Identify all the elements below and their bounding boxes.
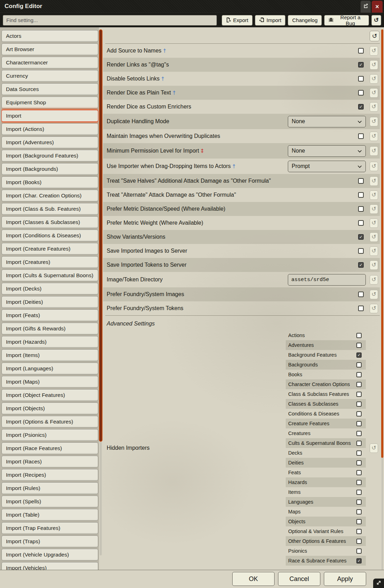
resize-handle[interactable] (373, 579, 384, 588)
row-reset-button[interactable]: ↺ (370, 275, 378, 285)
report-bug-button[interactable]: Report a Bug (324, 15, 369, 26)
toolbar-reset-button[interactable]: ↺ (371, 15, 381, 26)
row-reset-button[interactable]: ↺ (370, 304, 378, 313)
checkbox[interactable] (358, 306, 364, 311)
row-reset-button[interactable]: ↺ (370, 204, 378, 214)
sidebar-item-import-maps[interactable]: Import (Maps) (1, 376, 98, 388)
close-button[interactable]: × (372, 1, 383, 13)
sidebar-item-import-conditions-diseases[interactable]: Import (Conditions & Diseases) (1, 230, 98, 241)
sidebar-item-import-books[interactable]: Import (Books) (1, 176, 98, 188)
sidebar-item-import-backgrounds[interactable]: Import (Backgrounds) (1, 163, 98, 175)
section-reset-button[interactable]: ↺ (370, 31, 379, 41)
sidebar-item-import-vehicles[interactable]: Import (Vehicles) (1, 562, 98, 570)
sidebar-item-import-spells[interactable]: Import (Spells) (1, 496, 98, 507)
sidebar-item-import-deities[interactable]: Import (Deities) (1, 296, 98, 308)
text-input-image-token-directory[interactable] (288, 274, 366, 286)
sidebar-item-import-rules[interactable]: Import (Rules) (1, 482, 98, 494)
row-reset-button[interactable]: ↺ (370, 218, 378, 228)
row-reset-button[interactable]: ↺ (370, 162, 378, 171)
checkbox[interactable] (358, 48, 364, 54)
sidebar-item-import-actions[interactable]: Import (Actions) (1, 123, 98, 135)
checkbox[interactable] (356, 401, 362, 407)
row-reset-button[interactable]: ↺ (370, 190, 378, 200)
checkbox[interactable] (356, 343, 362, 348)
cancel-button[interactable]: Cancel (278, 572, 320, 586)
sidebar-item-import-items[interactable]: Import (Items) (1, 349, 98, 361)
checkbox[interactable]: ✓ (358, 62, 364, 68)
sidebar-item-import-creatures[interactable]: Import (Creatures) (1, 256, 98, 268)
row-reset-button[interactable]: ↺ (370, 117, 378, 126)
ok-button[interactable]: OK (232, 572, 275, 586)
checkbox[interactable] (358, 220, 364, 226)
sidebar-item-import-creature-features[interactable]: Import (Creature Features) (1, 243, 98, 255)
row-reset-button[interactable]: ↺ (370, 60, 378, 70)
checkbox[interactable] (356, 392, 362, 397)
main-scrollbar-thumb[interactable] (381, 29, 383, 458)
checkbox[interactable] (358, 76, 364, 82)
sidebar-item-import-recipes[interactable]: Import (Recipes) (1, 469, 98, 481)
window-titlebar[interactable]: Config Editor × (0, 0, 384, 13)
checkbox[interactable] (356, 382, 362, 387)
popout-button[interactable] (361, 1, 371, 13)
checkbox[interactable] (356, 372, 362, 377)
checkbox[interactable] (356, 499, 362, 505)
row-reset-button[interactable]: ↺ (370, 102, 378, 112)
sidebar-item-import-race-features[interactable]: Import (Race Features) (1, 442, 98, 454)
checkbox[interactable]: ✓ (358, 234, 364, 240)
row-reset-button[interactable]: ↺ (370, 246, 378, 256)
sidebar-item-import-races[interactable]: Import (Races) (1, 456, 98, 468)
checkbox[interactable] (356, 509, 362, 514)
sidebar-item-import-object-features[interactable]: Import (Object Features) (1, 389, 98, 401)
sidebar-item-import-traps[interactable]: Import (Traps) (1, 536, 98, 547)
row-reset-button[interactable]: ↺ (370, 146, 378, 156)
select-minimum-permission-level-for-import[interactable]: None (288, 145, 366, 157)
sidebar-item-import-languages[interactable]: Import (Languages) (1, 363, 98, 374)
checkbox[interactable] (358, 292, 364, 297)
import-button[interactable]: Import (255, 15, 286, 26)
checkbox[interactable] (356, 539, 362, 544)
row-reset-button[interactable]: ↺ (370, 232, 378, 242)
export-button[interactable]: Export (222, 15, 253, 26)
sidebar-item-import-decks[interactable]: Import (Decks) (1, 283, 98, 295)
sidebar-item-import-adventures[interactable]: Import (Adventures) (1, 136, 98, 148)
checkbox[interactable] (356, 333, 362, 338)
checkbox[interactable] (356, 490, 362, 495)
sidebar-item-import-class-sub-features[interactable]: Import (Class & Sub. Features) (1, 203, 98, 215)
sidebar-item-import-background-features[interactable]: Import (Background Features) (1, 150, 98, 162)
checkbox[interactable]: ✓ (358, 104, 364, 110)
checkbox[interactable] (358, 206, 364, 212)
checkbox[interactable]: ✓ (356, 352, 362, 358)
checkbox[interactable] (356, 529, 362, 534)
sidebar-item-import-classes-subclasses[interactable]: Import (Classes & Subclasses) (1, 216, 98, 228)
row-reset-button[interactable]: ↺ (370, 176, 378, 186)
sidebar-item-import-table[interactable]: Import (Table) (1, 509, 98, 521)
checkbox[interactable] (356, 450, 362, 456)
sidebar-item-data-sources[interactable]: Data Sources (1, 83, 98, 95)
checkbox[interactable] (358, 178, 364, 184)
checkbox[interactable] (358, 133, 364, 139)
changelog-button[interactable]: Changelog (288, 15, 322, 26)
checkbox[interactable] (358, 192, 364, 198)
checkbox[interactable] (358, 90, 364, 96)
select-duplicate-handling-mode[interactable]: None (288, 116, 366, 127)
row-reset-button[interactable]: ↺ (370, 260, 378, 270)
select-use-importer-when-drag-dropping-items-to-actors[interactable]: Prompt (288, 161, 366, 172)
sidebar-scrollbar-thumb[interactable] (99, 29, 102, 442)
sidebar-item-import-objects[interactable]: Import (Objects) (1, 402, 98, 414)
row-reset-button[interactable]: ↺ (370, 74, 378, 84)
row-reset-button[interactable]: ↺ (370, 290, 378, 299)
sidebar-item-import-options-features[interactable]: Import (Options & Features) (1, 416, 98, 428)
checkbox[interactable] (358, 248, 364, 254)
sidebar-item-import[interactable]: Import (1, 110, 98, 122)
row-reset-button[interactable]: ↺ (370, 132, 378, 141)
sidebar-item-equipment-shop[interactable]: Equipment Shop (1, 97, 98, 108)
row-reset-button[interactable]: ↺ (370, 46, 378, 56)
hidden-importers-reset-button[interactable]: ↺ (370, 443, 378, 453)
checkbox[interactable] (356, 362, 362, 368)
checkbox[interactable] (356, 548, 362, 554)
sidebar-item-art-browser[interactable]: Art Browser (1, 43, 98, 55)
checkbox[interactable]: ✓ (356, 558, 362, 564)
checkbox[interactable] (356, 421, 362, 426)
sidebar-item-import-trap-features[interactable]: Import (Trap Features) (1, 522, 98, 534)
checkbox[interactable] (356, 431, 362, 436)
